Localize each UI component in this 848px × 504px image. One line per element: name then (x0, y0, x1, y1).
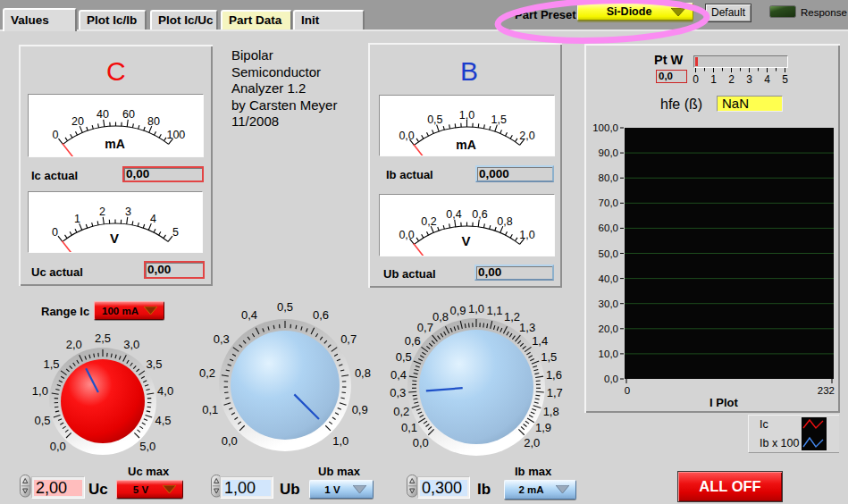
svg-text:4,0: 4,0 (157, 384, 173, 398)
svg-text:1,5: 1,5 (541, 350, 557, 364)
svg-text:0: 0 (52, 226, 58, 239)
svg-text:0,8: 0,8 (355, 366, 371, 380)
svg-text:0,5: 0,5 (34, 414, 50, 427)
svg-text:1,9: 1,9 (535, 421, 551, 434)
svg-text:5: 5 (782, 73, 788, 86)
svg-text:0,9: 0,9 (352, 403, 368, 416)
svg-text:0,0: 0,0 (604, 374, 618, 384)
svg-text:0: 0 (53, 129, 59, 141)
svg-text:0,9: 0,9 (449, 304, 466, 317)
svg-text:mA: mA (456, 138, 476, 152)
svg-text:50,0: 50,0 (599, 248, 618, 259)
svg-text:90,0: 90,0 (599, 147, 618, 158)
svg-text:20,0: 20,0 (599, 323, 618, 334)
svg-text:40: 40 (97, 108, 109, 121)
svg-text:2,0: 2,0 (66, 338, 82, 351)
svg-text:80: 80 (147, 115, 160, 128)
svg-text:0,2: 0,2 (421, 215, 436, 228)
svg-text:0,1: 0,1 (401, 421, 417, 434)
svg-text:3,5: 3,5 (146, 357, 162, 371)
svg-text:232: 232 (818, 385, 835, 396)
svg-text:0,6: 0,6 (405, 334, 421, 348)
svg-text:0: 0 (625, 385, 630, 396)
svg-text:1,1: 1,1 (487, 304, 503, 317)
svg-text:V: V (110, 231, 119, 246)
svg-text:10,0: 10,0 (599, 349, 618, 359)
svg-text:0,2: 0,2 (199, 366, 215, 380)
svg-text:80,0: 80,0 (599, 172, 618, 183)
svg-text:0,2: 0,2 (393, 405, 409, 418)
svg-text:2: 2 (728, 73, 735, 86)
svg-text:I Plot: I Plot (709, 396, 738, 409)
svg-text:0,6: 0,6 (472, 208, 487, 221)
svg-text:0,3: 0,3 (390, 386, 406, 399)
svg-text:1,7: 1,7 (547, 386, 563, 399)
svg-text:3,0: 3,0 (123, 338, 139, 351)
svg-text:0,1: 0,1 (202, 403, 218, 416)
svg-text:0,0: 0,0 (50, 440, 66, 453)
svg-text:1,5: 1,5 (491, 113, 506, 126)
svg-text:0,6: 0,6 (313, 308, 329, 322)
svg-text:100,0: 100,0 (592, 122, 618, 133)
svg-text:4: 4 (150, 213, 156, 225)
svg-text:0,0: 0,0 (413, 436, 429, 449)
svg-text:V: V (461, 233, 470, 248)
svg-text:mA: mA (105, 137, 125, 151)
svg-text:0,4: 0,4 (241, 308, 257, 322)
svg-text:1,0: 1,0 (459, 109, 474, 122)
svg-text:30,0: 30,0 (599, 298, 618, 309)
svg-text:0,0: 0,0 (222, 434, 238, 448)
svg-text:1,5: 1,5 (44, 357, 60, 371)
svg-text:70,0: 70,0 (599, 197, 618, 208)
svg-text:0,7: 0,7 (340, 332, 357, 346)
svg-text:1,8: 1,8 (543, 405, 559, 418)
svg-text:100: 100 (166, 129, 185, 141)
svg-text:60: 60 (122, 108, 135, 121)
svg-text:0,5: 0,5 (396, 350, 412, 364)
svg-text:60,0: 60,0 (599, 223, 618, 233)
svg-text:1,2: 1,2 (504, 310, 520, 323)
svg-text:0: 0 (693, 73, 699, 86)
svg-text:2,0: 2,0 (524, 436, 540, 449)
svg-text:5: 5 (172, 226, 179, 239)
svg-text:0,0: 0,0 (399, 229, 414, 241)
svg-text:0,8: 0,8 (497, 215, 512, 228)
svg-text:0,5: 0,5 (427, 113, 442, 126)
svg-text:0,0: 0,0 (399, 130, 414, 142)
svg-text:4: 4 (764, 73, 770, 86)
svg-text:1,0: 1,0 (519, 229, 534, 241)
svg-text:0,4: 0,4 (390, 368, 407, 382)
svg-text:2,0: 2,0 (519, 130, 534, 142)
svg-text:1,3: 1,3 (519, 321, 535, 334)
svg-text:0,5: 0,5 (277, 300, 293, 314)
svg-text:2: 2 (99, 206, 105, 218)
svg-text:3: 3 (746, 73, 752, 86)
svg-text:40,0: 40,0 (599, 273, 618, 284)
svg-text:1,4: 1,4 (532, 334, 548, 348)
svg-text:5,0: 5,0 (139, 440, 155, 453)
svg-text:1,0: 1,0 (468, 302, 484, 315)
svg-text:1,0: 1,0 (332, 434, 348, 448)
svg-text:1: 1 (74, 213, 80, 225)
svg-text:3: 3 (125, 206, 131, 218)
svg-text:20: 20 (71, 115, 84, 128)
svg-text:1,6: 1,6 (546, 368, 562, 382)
svg-text:1: 1 (710, 73, 717, 86)
svg-text:1,0: 1,0 (32, 384, 48, 398)
svg-text:2,5: 2,5 (95, 332, 111, 345)
svg-text:0,8: 0,8 (432, 310, 449, 323)
svg-text:0,3: 0,3 (214, 332, 230, 346)
svg-text:4,5: 4,5 (155, 414, 171, 427)
svg-text:0,7: 0,7 (417, 321, 433, 334)
svg-text:0,4: 0,4 (446, 208, 461, 221)
